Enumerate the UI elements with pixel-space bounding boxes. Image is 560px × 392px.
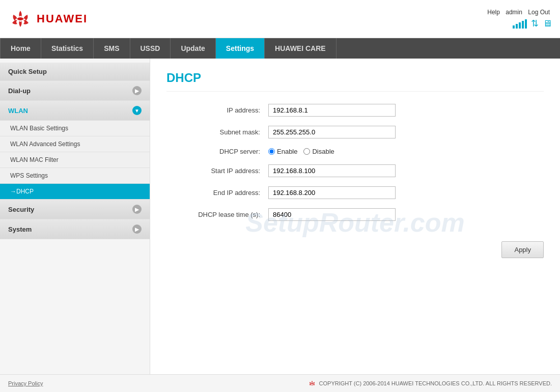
sidebar-item-wps[interactable]: WPS Settings (0, 168, 150, 184)
bar1 (513, 25, 515, 29)
label-lease-time: DHCP lease time (s): (166, 211, 268, 218)
nav-settings[interactable]: Settings (216, 38, 265, 59)
sidebar-label-wlan-advanced: WLAN Advanced Settings (10, 141, 80, 148)
label-start-ip: Start IP address: (166, 167, 268, 175)
help-link[interactable]: Help (487, 9, 500, 16)
sidebar-item-wlan[interactable]: WLAN ▼ (0, 101, 150, 121)
sidebar-item-quick-setup[interactable]: Quick Setup (0, 63, 150, 81)
form-row-lease-time: DHCP lease time (s): (166, 208, 544, 221)
form-row-subnet: Subnet mask: (166, 126, 544, 138)
footer: Privacy Policy COPYRIGHT (C) 2006-2014 H… (0, 374, 560, 392)
top-links: Help admin Log Out (485, 9, 552, 16)
form-row-ip: IP address: (166, 104, 544, 117)
apply-row: Apply (166, 233, 544, 258)
form-row-end-ip: End IP address: (166, 186, 544, 199)
sidebar-label-security: Security (8, 206, 34, 213)
sidebar-item-dhcp[interactable]: →DHCP (0, 184, 150, 200)
radio-disable[interactable] (303, 148, 310, 155)
chevron-wlan: ▼ (132, 106, 142, 115)
nav-statistics[interactable]: Statistics (41, 38, 94, 59)
sidebar-label-system: System (8, 226, 32, 233)
content-area: DHCP SetupRouter.com IP address: Subnet … (150, 59, 560, 374)
sidebar-label-dhcp: →DHCP (10, 188, 34, 195)
input-lease-time[interactable] (268, 208, 396, 221)
label-ip: IP address: (166, 106, 268, 114)
input-subnet[interactable] (268, 126, 396, 138)
svg-point-0 (17, 17, 23, 20)
apply-button[interactable]: Apply (501, 241, 544, 258)
sidebar-item-wlan-basic[interactable]: WLAN Basic Settings (0, 121, 150, 136)
sidebar-item-wlan-mac[interactable]: WLAN MAC Filter (0, 152, 150, 168)
sidebar-label-wlan-basic: WLAN Basic Settings (10, 125, 68, 132)
top-right: Help admin Log Out ⇅ 🖥 (485, 9, 552, 29)
sidebar-item-dialup[interactable]: Dial-up ▶ (0, 81, 150, 101)
sidebar-item-security[interactable]: Security ▶ (0, 200, 150, 219)
admin-label: admin (506, 9, 522, 16)
chevron-dialup: ▶ (132, 86, 142, 95)
huawei-logo-icon (8, 10, 33, 28)
sidebar-label-dialup: Dial-up (8, 87, 31, 95)
nav-bar: Home Statistics SMS USSD Update Settings… (0, 38, 560, 59)
top-bar: HUAWEI Help admin Log Out ⇅ 🖥 (0, 0, 560, 38)
sidebar-label-wps: WPS Settings (10, 172, 48, 179)
sidebar: Quick Setup Dial-up ▶ WLAN ▼ WLAN Basic … (0, 59, 150, 374)
dhcp-server-radio-group: Enable Disable (268, 148, 334, 155)
nav-update[interactable]: Update (171, 38, 215, 59)
logo-area: HUAWEI (8, 10, 88, 28)
bar3 (519, 22, 521, 29)
footer-copyright: COPYRIGHT (C) 2006-2014 HUAWEI TECHNOLOG… (308, 380, 552, 386)
radio-disable-text: Disable (312, 148, 334, 155)
radio-enable-label[interactable]: Enable (268, 148, 297, 155)
input-start-ip[interactable] (268, 164, 396, 177)
label-dhcp-server: DHCP server: (166, 148, 268, 155)
form-row-dhcp-server: DHCP server: Enable Disable (166, 148, 544, 155)
label-end-ip: End IP address: (166, 189, 268, 197)
radio-disable-label[interactable]: Disable (303, 148, 334, 155)
svg-point-1 (311, 383, 313, 384)
chevron-security: ▶ (132, 205, 142, 214)
privacy-policy-link[interactable]: Privacy Policy (8, 380, 43, 386)
monitor-icon: 🖥 (543, 18, 552, 29)
sidebar-label-wlan-mac: WLAN MAC Filter (10, 156, 59, 163)
network-transfer-icon: ⇅ (531, 18, 539, 29)
input-ip[interactable] (268, 104, 396, 117)
radio-enable[interactable] (268, 148, 275, 155)
form-row-start-ip: Start IP address: (166, 164, 544, 177)
sidebar-item-system[interactable]: System ▶ (0, 219, 150, 239)
bar2 (516, 24, 518, 29)
page-title: DHCP (166, 71, 544, 92)
sidebar-item-wlan-advanced[interactable]: WLAN Advanced Settings (0, 136, 150, 152)
copyright-text: COPYRIGHT (C) 2006-2014 HUAWEI TECHNOLOG… (319, 380, 552, 386)
sidebar-label-quick-setup: Quick Setup (8, 68, 47, 75)
nav-ussd[interactable]: USSD (130, 38, 171, 59)
bar4 (522, 21, 524, 29)
nav-home[interactable]: Home (0, 38, 41, 59)
nav-huawei-care[interactable]: HUAWEI CARE (265, 38, 337, 59)
signal-strength-icon (513, 18, 527, 29)
bar5 (525, 19, 527, 29)
signal-icons: ⇅ 🖥 (513, 18, 552, 29)
sidebar-label-wlan: WLAN (8, 107, 28, 115)
label-subnet: Subnet mask: (166, 128, 268, 136)
radio-enable-text: Enable (277, 148, 297, 155)
chevron-system: ▶ (132, 225, 142, 234)
logo-text: HUAWEI (37, 12, 88, 25)
input-end-ip[interactable] (268, 186, 396, 199)
logout-link[interactable]: Log Out (528, 9, 550, 16)
nav-sms[interactable]: SMS (94, 38, 130, 59)
footer-logo-icon (308, 380, 316, 386)
main-layout: Quick Setup Dial-up ▶ WLAN ▼ WLAN Basic … (0, 59, 560, 374)
